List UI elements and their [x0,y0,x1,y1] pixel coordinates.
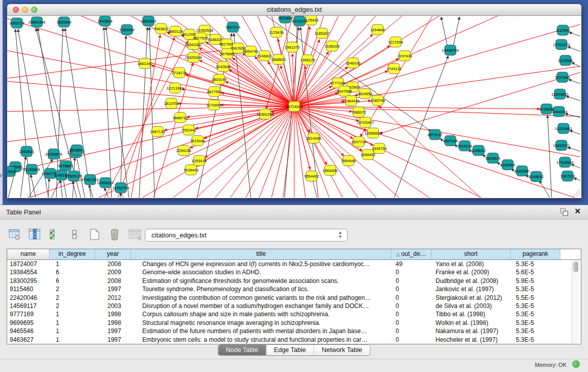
show-column-icon[interactable] [28,228,41,241]
memory-status-indicator[interactable] [572,360,580,368]
graph-node-label: 12505135 [65,174,82,179]
scrollbar-thumb[interactable] [573,261,578,272]
table-row[interactable]: 1872400712008Changes of HCN gene express… [7,260,581,268]
graph-node-label: 2987133 [150,129,165,134]
close-panel-icon[interactable]: ✕ [574,207,581,216]
delete-table-icon[interactable]: x [128,228,141,241]
graph-node-label: 9886733 [172,116,187,120]
cell-year: 2009 [95,268,131,276]
cell-title: Embryonic stem cells: a model to study s… [131,336,391,344]
cell-in_degree: 1 [50,327,95,335]
table-row[interactable]: 969969511998Structural magnetic resonanc… [7,319,581,327]
cell-title: Corpus callosum shape and size in male p… [131,310,391,318]
cell-short: Yano et al. (2008) [431,260,511,268]
splitpane-collapse-handle[interactable] [0,173,3,178]
network-window-titlebar[interactable]: citations_edges.txt [7,4,581,16]
graph-node-label: 7463822 [154,27,168,31]
graph-node-label: 1961370 [285,45,299,50]
graph-node-label: 19448794 [442,48,459,53]
hub-citation-edge [232,58,294,106]
citation-edge [569,79,580,84]
graph-node-label: 7857224 [225,25,240,30]
graph-node-label: 9146821 [257,54,272,58]
cell-year: 2008 [95,260,131,268]
column-header-year[interactable]: year [95,249,131,259]
cell-name: 9777169 [7,310,50,318]
column-header-title[interactable]: title [131,249,391,259]
cell-in_degree: 1 [50,336,95,344]
cell-short: Jankovic et al. (1997) [431,285,511,293]
cell-name: 18724007 [7,260,50,268]
graph-node-label: 11156869 [24,167,40,172]
cell-pagerank: 5.3E-5 [511,327,560,335]
graph-node-label: 7615444 [190,139,205,143]
tab-edge-table[interactable]: Edge Table [266,345,314,355]
table-settings-icon[interactable] [8,228,21,241]
column-header-pagerank[interactable]: pagerank [511,249,560,259]
cell-short: Dudbridge et al. (2008) [431,277,511,285]
cell-pagerank: 5.9E-5 [511,277,560,285]
float-panel-icon[interactable] [560,208,568,215]
table-row[interactable]: 911546021997Tourette syndrome. Phenomeno… [7,285,581,293]
citation-edge [569,32,580,36]
graph-node-label: 1564406 [322,168,337,173]
citation-edge [570,130,580,135]
graph-node-label: 1810755 [164,101,179,106]
table-row[interactable]: 2242004622012Investigating the contribut… [7,294,581,302]
tab-node-table[interactable]: Node Table [218,345,266,355]
graph-node-label: 9245012 [471,148,486,153]
cell-name: 19384554 [7,268,50,276]
graph-node-label: 1253415 [191,159,206,163]
cell-title: Genome-wide association studies in ADHD. [131,268,391,276]
hub-ray-edge [294,106,580,198]
graph-node-label: 9245032 [529,174,543,179]
table-row[interactable]: 946362711997Embryonic stem cells: a mode… [7,336,581,344]
table-row[interactable]: 1938455462009Genome-wide association stu… [7,268,581,276]
column-header-label: in_degree [58,250,85,257]
vertical-scrollbar[interactable] [572,260,580,343]
column-header-label: year [107,250,119,257]
row-height-icon[interactable] [68,228,81,241]
network-view-canvas[interactable]: 7463822886012889129542226053898275051654… [7,16,580,198]
table-selector-dropdown[interactable]: citations_edges.txt ▲▼ [145,229,347,242]
cell-out_de: 0 [391,285,431,293]
tab-network-table[interactable]: Network Table [314,345,370,355]
resize-grip-icon [578,195,580,196]
column-header-in_degree[interactable]: in_degree [50,249,95,259]
column-header-name[interactable]: name [7,249,50,259]
graph-node-label: 1514345 [306,136,321,141]
graph-node-label: 8860128 [168,29,183,34]
table-row[interactable]: 977716911998Corpus callosum shape and si… [7,310,581,318]
cell-name: 9699695 [7,319,50,327]
network-graph[interactable]: 7463822886012889129542226053898275051654… [7,16,580,198]
cell-in_degree: 6 [50,268,95,276]
graph-node-label: 1881340 [137,61,152,66]
delete-column-icon[interactable] [108,228,121,241]
column-header-label: title [256,250,266,257]
graph-node-label: 9227349 [555,75,570,80]
table-row[interactable]: 946554611997Estimation of the future num… [7,327,581,335]
cell-name: 14569117 [7,302,50,310]
graph-node-label: 1656492 [360,152,375,157]
graph-node-label: 17016534 [556,160,573,165]
column-header-short[interactable]: short [431,249,511,259]
citation-edge [360,16,432,137]
graph-node-label: 9129966 [558,58,573,63]
citation-edge [48,179,49,198]
cell-pagerank: 5.3E-5 [511,260,560,268]
create-column-icon[interactable] [88,228,101,241]
cell-in_degree: 2 [50,294,95,302]
graph-node-label: 20691406 [28,20,45,25]
select-columns-icon[interactable]: ✔✔ [48,228,61,241]
table-row[interactable]: 1830029562008Estimation of significance … [7,277,581,285]
graph-node-label: 2526693 [69,148,84,152]
table-type-tabs: Node TableEdge TableNetwork Table [217,344,370,356]
cell-out_de: 0 [391,310,431,318]
table-row[interactable]: 1456911722003Disruption of a novel membe… [7,302,581,310]
graph-node-label: 8454749 [243,49,258,54]
cell-year: 1998 [95,319,131,327]
graph-node-label: 15751074 [553,42,570,47]
graph-node-label: 10688609 [364,131,381,136]
graph-node-label: 12213383 [166,86,183,91]
column-header-out_de[interactable]: △out_de… [391,249,431,259]
